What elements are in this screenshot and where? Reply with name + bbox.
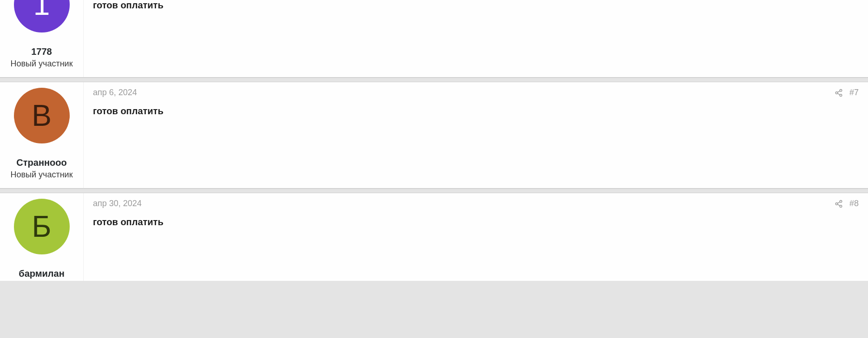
forum-post: Б бармилан апр 30, 2024 #8 готов оплатит… (0, 193, 868, 281)
post-separator (0, 188, 868, 193)
post-number-link[interactable]: #8 (849, 199, 859, 208)
forum-post: В Страннооо Новый участник апр 6, 2024 #… (0, 82, 868, 188)
share-icon[interactable] (835, 200, 843, 208)
post-content: апр 6, 2024 #7 готов оплатить (84, 82, 868, 188)
avatar[interactable]: В (14, 88, 70, 143)
post-body-text: готов оплатить (93, 106, 859, 117)
username-link[interactable]: бармилан (19, 268, 64, 279)
svg-point-5 (840, 89, 842, 91)
svg-point-7 (840, 94, 842, 97)
svg-line-13 (837, 202, 840, 203)
post-content: готов оплатить (84, 0, 868, 77)
user-column: Б бармилан (0, 193, 84, 281)
user-column: В Страннооо Новый участник (0, 82, 84, 188)
forum-post: 1 1778 Новый участник готов оплатить (0, 0, 868, 78)
avatar-letter: Б (32, 212, 52, 241)
post-body-text: готов оплатить (93, 217, 859, 228)
post-number-link[interactable]: #7 (849, 88, 859, 98)
post-separator (0, 78, 868, 82)
avatar-letter: 1 (33, 0, 50, 20)
svg-point-10 (840, 200, 842, 202)
avatar-letter: В (32, 101, 52, 130)
user-column: 1 1778 Новый участник (0, 0, 84, 77)
username-link[interactable]: 1778 (31, 46, 52, 57)
post-body-text: готов оплатить (93, 0, 859, 11)
post-meta: апр 30, 2024 #8 (93, 199, 859, 208)
user-title: Новый участник (10, 59, 72, 69)
post-content: апр 30, 2024 #8 готов оплатить (84, 193, 868, 281)
post-meta: апр 6, 2024 #7 (93, 88, 859, 98)
svg-line-8 (837, 91, 840, 92)
avatar[interactable]: Б (14, 199, 70, 254)
share-icon[interactable] (835, 89, 843, 97)
avatar[interactable]: 1 (14, 0, 70, 32)
username-link[interactable]: Страннооо (16, 157, 66, 168)
svg-line-9 (837, 93, 840, 95)
svg-line-14 (837, 204, 840, 206)
user-title: Новый участник (10, 170, 72, 180)
svg-point-11 (835, 202, 838, 205)
post-date[interactable]: апр 30, 2024 (93, 199, 142, 208)
post-date[interactable]: апр 6, 2024 (93, 88, 137, 97)
svg-point-12 (840, 205, 842, 208)
svg-point-6 (835, 91, 838, 94)
